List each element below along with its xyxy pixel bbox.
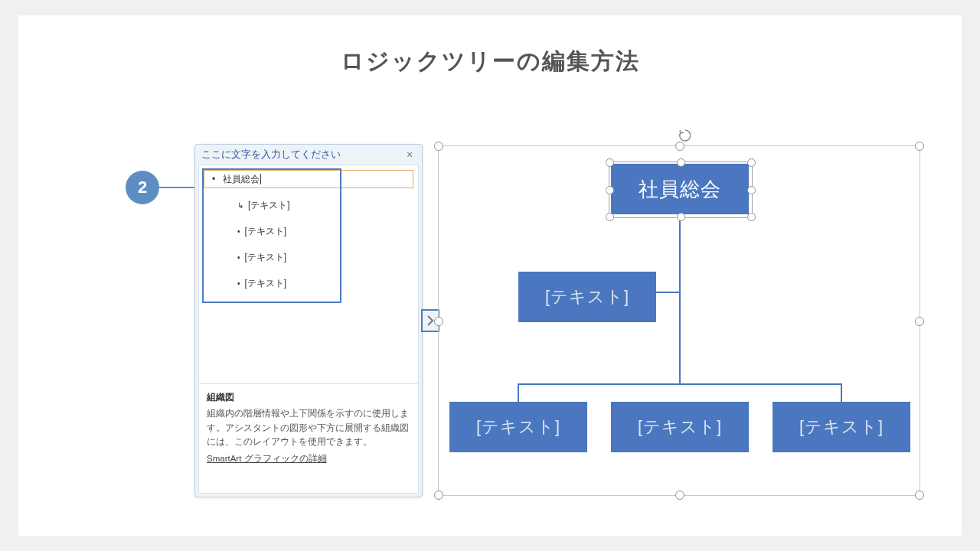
org-node-child[interactable]: [テキスト] [611,402,749,452]
chevron-right-icon [426,315,434,326]
pane-header-label: ここに文字を入力してください [201,148,341,161]
selection-handle[interactable] [915,317,924,326]
bullet-icon: • [237,227,240,236]
editing-text: 社員総会 [223,173,260,186]
org-node-child[interactable]: [テキスト] [449,402,587,452]
bullet-icon: • [212,174,215,184]
close-icon[interactable]: × [403,148,416,161]
pane-item[interactable]: ↳ [テキスト] [237,199,290,212]
rotate-handle-icon[interactable] [678,128,693,146]
pane-item[interactable]: • [テキスト] [237,277,286,290]
shape-handle[interactable] [677,158,685,167]
selection-handle[interactable] [915,491,924,500]
smartart-details-link[interactable]: SmartArt グラフィックの詳細 [207,452,327,465]
pane-item[interactable]: • [テキスト] [237,251,286,264]
pane-item[interactable]: • [テキスト] [237,225,286,238]
bullet-icon: • [237,253,240,262]
shape-handle[interactable] [677,213,685,221]
pane-item-label: [テキスト] [245,225,287,238]
pane-header: ここに文字を入力してください × [195,145,422,165]
shape-handle[interactable] [747,158,756,167]
shape-handle[interactable] [606,158,614,167]
pane-item-label: [テキスト] [245,277,287,290]
indent-icon: ↳ [237,201,243,210]
layout-description: 組織図 組織内の階層情報や上下関係を示すのに使用します。アシスタントの図形や下方… [198,383,419,494]
shape-handle[interactable] [606,186,614,194]
text-caret [260,174,261,184]
pane-body: • 社員総会 ↳ [テキスト] • [テキスト] • [テキスト] • [テキス… [198,165,419,388]
selection-handle[interactable] [434,142,443,151]
desc-title: 組織図 [207,390,410,405]
selection-handle[interactable] [915,142,924,151]
smartart-text-pane[interactable]: ここに文字を入力してください × • 社員総会 ↳ [テキスト] • [テキスト… [194,144,423,497]
selection-handle[interactable] [434,491,443,500]
selection-handle[interactable] [675,491,684,500]
root-node-selection[interactable]: 社員総会 [609,161,753,218]
slide: ロジックツリーの編集方法 2 1 ここに文字を入力してください × • 社員総会… [18,15,962,536]
org-node-child[interactable]: [テキスト] [773,402,910,452]
callout-badge-2: 2 [126,171,159,204]
smartart-canvas[interactable]: 社員総会 [テキスト] [テキスト] [テキスト] [テキスト] [438,145,920,496]
connector [518,383,842,385]
pane-item-label: [テキスト] [245,251,287,264]
bullet-icon: • [237,279,240,288]
org-node-assistant[interactable]: [テキスト] [518,272,656,322]
desc-body: 組織内の階層情報や上下関係を示すのに使用します。アシスタントの図形や下方に展開す… [207,406,410,448]
shape-handle[interactable] [606,213,614,221]
text-pane-edit-row[interactable]: • 社員総会 [204,170,413,188]
shape-handle[interactable] [747,213,756,221]
selection-handle[interactable] [434,317,443,326]
shape-handle[interactable] [747,186,756,194]
pane-item-label: [テキスト] [248,199,290,212]
org-node-root[interactable]: 社員総会 [611,164,749,214]
connector [679,212,681,385]
slide-title: ロジックツリーの編集方法 [18,46,962,77]
